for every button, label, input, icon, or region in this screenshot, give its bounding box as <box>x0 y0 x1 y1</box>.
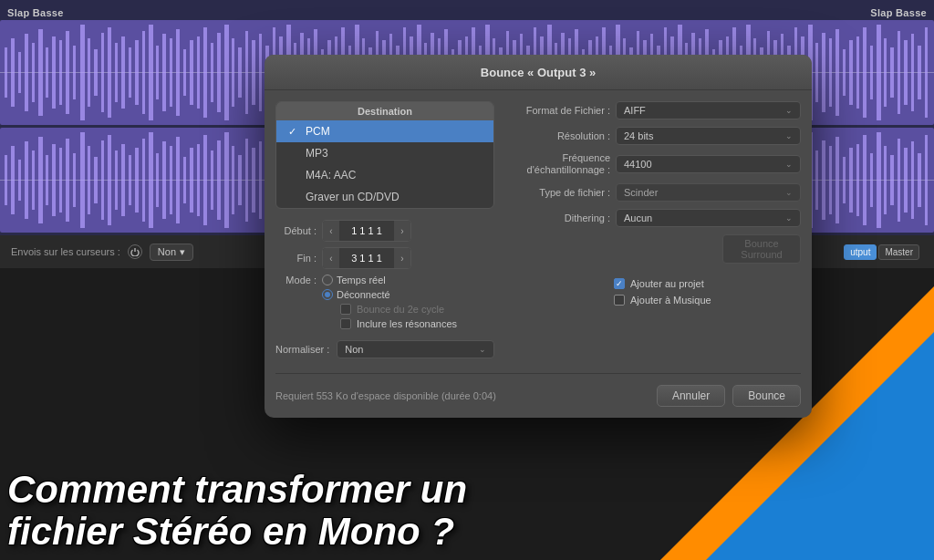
type-arrow: ⌄ <box>785 188 793 197</box>
svg-rect-35 <box>238 47 242 98</box>
temps-reel-radio[interactable] <box>322 275 333 285</box>
dithering-select[interactable]: Aucun ⌄ <box>616 209 801 227</box>
svg-rect-21 <box>142 31 145 114</box>
modal-left-panel: Destination ✓ PCM MP3 M4A: AAC Graver un… <box>275 101 494 358</box>
svg-rect-262 <box>863 135 867 225</box>
frequence-arrow: ⌄ <box>785 160 793 169</box>
svg-rect-160 <box>162 141 166 219</box>
svg-rect-137 <box>5 155 7 205</box>
power-button[interactable] <box>128 244 142 259</box>
big-text-line2: fichier Stéréo en Mono ? <box>7 511 467 553</box>
deconnecte-label: Déconnecté <box>337 289 390 300</box>
svg-rect-156 <box>135 148 139 213</box>
inclure-resonances-checkbox[interactable] <box>340 318 351 329</box>
destination-item-m4a[interactable]: M4A: AAC <box>276 164 493 186</box>
fin-row: Fin : ‹ 3 1 1 1 › <box>275 247 494 269</box>
modal-title-bar: Bounce « Output 3 » <box>265 55 812 90</box>
svg-rect-131 <box>898 31 900 114</box>
dithering-row: Dithering : Aucun ⌄ <box>505 209 801 227</box>
svg-rect-17 <box>115 43 118 102</box>
debut-up[interactable]: › <box>394 221 410 241</box>
svg-rect-144 <box>52 144 56 216</box>
bounce-2e-checkbox[interactable] <box>340 304 351 315</box>
format-row: Format de Fichier : AIFF ⌄ <box>505 101 801 119</box>
svg-rect-126 <box>863 27 867 118</box>
ajouter-projet-row: ✓ Ajouter au projet <box>614 278 801 289</box>
fin-down[interactable]: ‹ <box>323 248 339 268</box>
svg-rect-132 <box>904 40 908 105</box>
frequence-row: Fréquence d'échantillonnage : 44100 ⌄ <box>505 152 801 176</box>
master-button[interactable]: Master <box>878 244 919 260</box>
svg-rect-38 <box>259 34 262 111</box>
svg-rect-11 <box>73 46 76 99</box>
debut-row: Début : ‹ 1 1 1 1 › <box>275 220 494 242</box>
svg-rect-260 <box>849 148 853 213</box>
svg-rect-261 <box>856 144 859 216</box>
ajouter-projet-label: Ajouter au projet <box>630 278 704 289</box>
mode-label: Mode : <box>275 275 317 285</box>
deconnecte-option[interactable]: Déconnecté <box>322 289 457 300</box>
destination-item-pcm[interactable]: ✓ PCM <box>276 120 493 142</box>
check-empty3 <box>285 191 298 203</box>
frequence-label: Fréquence d'échantillonnage : <box>505 152 610 176</box>
ajouter-projet-checkbox[interactable]: ✓ <box>614 278 625 289</box>
check-empty2 <box>285 169 298 181</box>
track-label-right: Slap Basse <box>870 7 927 18</box>
svg-rect-265 <box>884 146 887 214</box>
temps-reel-option[interactable]: Temps réel <box>322 275 457 285</box>
svg-rect-24 <box>162 34 166 111</box>
svg-rect-256 <box>822 140 825 220</box>
format-value: AIFF <box>624 105 646 116</box>
output-button[interactable]: utput <box>844 244 877 260</box>
fin-value: 3 1 1 1 <box>339 253 394 264</box>
svg-rect-30 <box>203 27 207 118</box>
svg-rect-14 <box>94 49 98 96</box>
resolution-select[interactable]: 24 bits ⌄ <box>616 127 801 145</box>
debut-down[interactable]: ‹ <box>323 221 339 241</box>
non-dropdown[interactable]: Non ▾ <box>150 244 193 261</box>
normaliser-select[interactable]: Non ⌄ <box>337 340 494 358</box>
svg-rect-19 <box>129 47 131 98</box>
svg-rect-158 <box>149 132 153 228</box>
fin-stepper[interactable]: ‹ 3 1 1 1 › <box>322 247 411 269</box>
debut-stepper[interactable]: ‹ 1 1 1 1 › <box>322 220 411 242</box>
dithering-label: Dithering : <box>505 212 610 224</box>
check-icon: ✓ <box>285 125 298 138</box>
svg-rect-149 <box>88 146 90 214</box>
svg-rect-163 <box>183 157 186 203</box>
svg-rect-147 <box>73 153 76 207</box>
normaliser-row: Normaliser : Non ⌄ <box>275 340 494 358</box>
track-label-left: Slap Basse <box>7 7 64 18</box>
ajouter-musique-checkbox[interactable] <box>614 295 625 306</box>
svg-rect-159 <box>156 153 159 207</box>
m4a-label: M4A: AAC <box>306 169 356 181</box>
format-select[interactable]: AIFF ⌄ <box>616 101 801 119</box>
format-arrow: ⌄ <box>785 106 793 115</box>
dithering-value: Aucun <box>624 213 652 223</box>
svg-rect-9 <box>59 40 62 105</box>
deconnecte-radio[interactable] <box>322 289 333 300</box>
mode-options: Temps réel Déconnecté Bounce du 2e cycle… <box>322 275 457 333</box>
svg-rect-166 <box>203 135 207 225</box>
svg-rect-157 <box>142 139 145 222</box>
svg-rect-130 <box>890 47 894 98</box>
frequence-select[interactable]: 44100 ⌄ <box>616 155 801 173</box>
destination-item-mp3[interactable]: MP3 <box>276 142 493 164</box>
bounce-surround-button[interactable]: Bounce Surround <box>722 234 801 264</box>
destination-item-cd[interactable]: Graver un CD/DVD <box>276 186 493 208</box>
svg-rect-23 <box>156 46 159 99</box>
svg-rect-165 <box>197 144 200 216</box>
cancel-button[interactable]: Annuler <box>657 385 725 407</box>
svg-rect-124 <box>849 40 853 105</box>
bounce-button[interactable]: Bounce <box>732 385 801 407</box>
svg-rect-36 <box>245 31 248 114</box>
resolution-row: Résolution : 24 bits ⌄ <box>505 127 801 145</box>
svg-rect-129 <box>884 38 887 107</box>
check-mark-icon: ✓ <box>616 280 623 288</box>
resolution-arrow: ⌄ <box>785 131 793 140</box>
fin-up[interactable]: › <box>394 248 410 268</box>
svg-rect-16 <box>108 27 111 118</box>
svg-rect-125 <box>856 36 859 109</box>
svg-rect-4 <box>25 34 28 111</box>
modal-right-panel: Format de Fichier : AIFF ⌄ Résolution : … <box>505 101 801 358</box>
